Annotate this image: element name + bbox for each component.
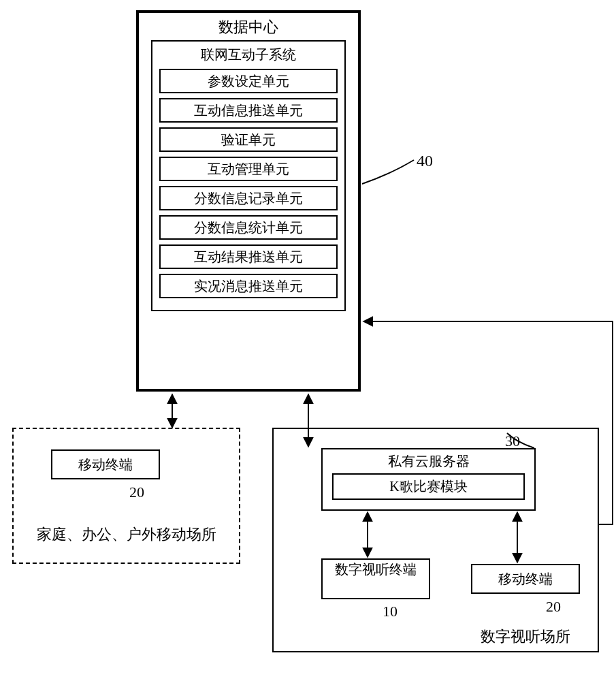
private-cloud-server: 私有云服务器 K歌比赛模块 [321, 448, 536, 511]
home-caption: 家庭、办公、户外移动场所 [14, 524, 239, 545]
k-module: K歌比赛模块 [332, 473, 525, 500]
mobile-terminal-left: 移动终端 [51, 449, 160, 479]
unit-score-stats: 分数信息统计单元 [159, 215, 338, 240]
label-20-right: 20 [546, 598, 561, 616]
subsystem-title: 联网互动子系统 [159, 46, 338, 64]
unit-manage: 互动管理单元 [159, 157, 338, 181]
data-center-title: 数据中心 [139, 17, 358, 37]
av-terminal-label: 数字视听终端 [335, 562, 417, 577]
unit-score-record: 分数信息记录单元 [159, 186, 338, 210]
data-center-box: 数据中心 联网互动子系统 参数设定单元 互动信息推送单元 验证单元 互动管理单元… [136, 10, 361, 392]
mobile-terminal-right: 移动终端 [471, 564, 580, 594]
unit-result-push: 互动结果推送单元 [159, 244, 338, 269]
label-40: 40 [417, 152, 433, 170]
unit-info-push: 互动信息推送单元 [159, 98, 338, 123]
subsystem-box: 联网互动子系统 参数设定单元 互动信息推送单元 验证单元 互动管理单元 分数信息… [151, 40, 346, 311]
label-20-left: 20 [129, 484, 144, 501]
venue-caption: 数字视听场所 [481, 627, 570, 647]
venue-box: 30 私有云服务器 K歌比赛模块 数字视听终端 10 移动终端 20 数字视听场… [272, 428, 599, 652]
unit-verify: 验证单元 [159, 127, 338, 152]
home-box: 移动终端 20 家庭、办公、户外移动场所 [12, 428, 240, 564]
unit-live-push: 实况消息推送单元 [159, 274, 338, 298]
av-terminal: 数字视听终端 [321, 558, 430, 599]
label-10: 10 [383, 603, 398, 620]
server-title: 私有云服务器 [323, 452, 534, 471]
unit-param: 参数设定单元 [159, 69, 338, 93]
